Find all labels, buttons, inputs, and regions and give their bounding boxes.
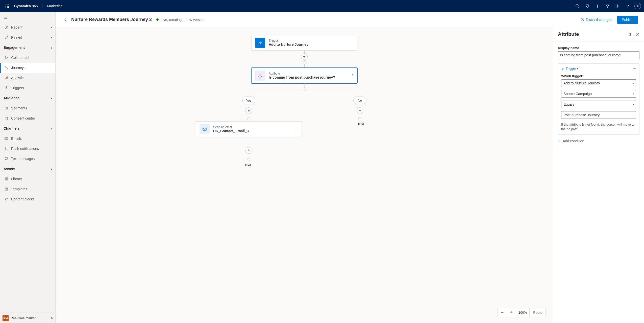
connector-ring: [247, 117, 250, 120]
help-icon[interactable]: [623, 0, 633, 12]
field-select[interactable]: Source Campaign ▾: [561, 90, 636, 98]
svg-point-5: [617, 6, 618, 7]
add-condition-button[interactable]: + Add condition: [558, 139, 639, 143]
settings-icon[interactable]: [613, 0, 623, 12]
trigger-tile-sub: Trigger: [269, 39, 308, 42]
sidebar-pinned[interactable]: Pinned ▾: [0, 32, 55, 42]
which-trigger-label: Which trigger?: [561, 74, 636, 78]
sidebar-segments[interactable]: Segments: [0, 103, 55, 113]
sidebar-group-label: Engagement: [4, 45, 25, 50]
svg-rect-22: [5, 178, 6, 180]
display-name-input[interactable]: [558, 51, 639, 59]
add-node-button[interactable]: +: [301, 53, 308, 60]
sidebar-recent-label: Recent: [11, 25, 22, 29]
sidebar-group-audience[interactable]: Audience ▴: [0, 93, 55, 103]
svg-rect-25: [5, 188, 8, 189]
sidebar-analytics[interactable]: Analytics: [0, 73, 55, 83]
email-tile[interactable]: Send an email HK_Contact_Email_3 ⋮: [196, 121, 302, 137]
back-button[interactable]: [62, 16, 70, 24]
sidebar-triggers[interactable]: Triggers: [0, 83, 55, 93]
condition-more-icon[interactable]: ⋯: [633, 67, 636, 71]
svg-point-0: [576, 5, 578, 7]
user-avatar[interactable]: #: [634, 3, 641, 9]
add-node-button[interactable]: +: [245, 147, 252, 154]
lightning-icon: [561, 67, 564, 70]
add-node-button[interactable]: +: [357, 107, 363, 114]
app-launcher[interactable]: [3, 2, 11, 10]
template-icon: [4, 187, 9, 191]
collapse-nav-button[interactable]: [0, 12, 55, 22]
svg-point-29: [7, 198, 8, 199]
journey-canvas[interactable]: Trigger Add to Nurture Journey +: [56, 27, 553, 323]
status-dot: [156, 18, 159, 21]
sidebar-item-label: Templates: [11, 187, 27, 191]
chevron-down-icon: ▾: [633, 103, 634, 106]
attribute-tile[interactable]: Attribute Is coming from post purchase j…: [251, 68, 357, 83]
page-title: Nurture Rewards Members Journey 2: [71, 17, 152, 22]
lightbulb-icon[interactable]: [582, 0, 592, 12]
svg-rect-13: [5, 78, 6, 79]
sidebar-group-label: Channels: [4, 126, 19, 130]
no-pill[interactable]: No: [353, 97, 366, 104]
trigger-icon: [4, 86, 9, 90]
yes-pill[interactable]: Yes: [242, 97, 255, 104]
zoom-reset-button[interactable]: Reset: [529, 308, 545, 317]
svg-point-6: [628, 7, 628, 8]
trigger-select[interactable]: Add to Nurture Journey ▾: [561, 79, 636, 87]
svg-point-28: [5, 198, 6, 199]
add-icon[interactable]: [592, 0, 603, 12]
branch-split: Yes No + + Exit: [218, 83, 390, 174]
sidebar-recent[interactable]: Recent ▾: [0, 22, 55, 32]
svg-point-34: [260, 74, 261, 75]
svg-rect-24: [7, 178, 8, 180]
operator-select[interactable]: Equals ▾: [561, 101, 636, 108]
value-input[interactable]: [561, 111, 636, 119]
sidebar-group-engagement[interactable]: Engagement ▴: [0, 42, 55, 53]
sidebar-group-channels[interactable]: Channels ▴: [0, 123, 55, 133]
connector: [304, 63, 305, 68]
sidebar-journeys[interactable]: Journeys: [0, 63, 55, 73]
sidebar-consent[interactable]: Consent center: [0, 113, 55, 123]
sidebar-emails[interactable]: Emails: [0, 133, 55, 144]
sidebar-library[interactable]: Library: [0, 174, 55, 184]
sidebar-push[interactable]: Push notifications: [0, 144, 55, 154]
trigger-tile[interactable]: Trigger Add to Nurture Journey: [251, 35, 357, 51]
blocks-icon: [4, 197, 9, 201]
zoom-in-button[interactable]: +: [507, 308, 516, 317]
clock-icon: [4, 26, 9, 29]
filter-icon[interactable]: [603, 0, 613, 12]
play-icon: [4, 56, 9, 59]
chevron-up-icon: ▴: [51, 46, 52, 49]
tile-more-icon[interactable]: ⋮: [351, 73, 355, 78]
discard-button[interactable]: Discard changes: [581, 18, 612, 22]
trigger-tile-icon: [255, 38, 265, 48]
publish-button[interactable]: Publish: [617, 16, 638, 24]
delete-icon[interactable]: [628, 32, 632, 36]
tile-more-icon[interactable]: ⋮: [295, 127, 299, 132]
sidebar-get-started[interactable]: Get started: [0, 53, 55, 63]
help-text: If the attribute is not found, the perso…: [561, 122, 636, 131]
condition-type[interactable]: Trigger: [566, 67, 576, 71]
area-switcher[interactable]: RM Real-time marketi... ⇅: [0, 313, 55, 323]
sidebar-pinned-label: Pinned: [11, 35, 22, 39]
sidebar-content-blocks[interactable]: Content blocks: [0, 194, 55, 204]
sidebar-group-assets[interactable]: Assets ▴: [0, 164, 55, 174]
plus-icon: +: [558, 139, 560, 143]
updown-icon: ⇅: [51, 317, 53, 319]
trigger-tile-main: Add to Nurture Journey: [269, 42, 308, 47]
search-icon[interactable]: [572, 0, 582, 12]
envelope-icon: [200, 124, 210, 134]
svg-rect-37: [203, 128, 206, 130]
chevron-up-icon: ▴: [51, 127, 52, 130]
pin-icon: [4, 36, 9, 39]
trigger-select-value: Add to Nurture Journey: [563, 81, 600, 85]
condition-card: Trigger ▾ ⋯ Which trigger? Add to Nurtur…: [558, 63, 639, 135]
sidebar-item-label: Triggers: [11, 86, 24, 90]
add-node-button[interactable]: +: [245, 107, 252, 114]
close-icon[interactable]: [636, 33, 639, 36]
sidebar-text[interactable]: Text messages: [0, 154, 55, 164]
sidebar-templates[interactable]: Templates: [0, 184, 55, 194]
sms-icon: [4, 157, 9, 160]
zoom-out-button[interactable]: −: [498, 308, 507, 317]
display-name-label: Display name: [558, 46, 639, 50]
